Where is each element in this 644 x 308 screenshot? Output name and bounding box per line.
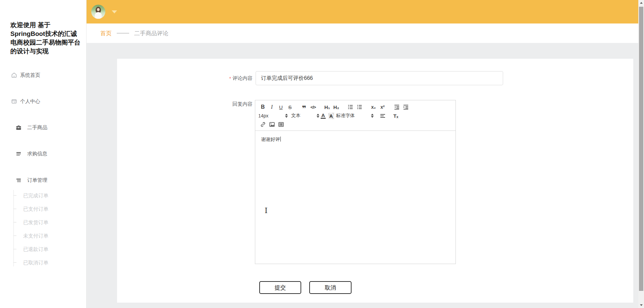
briefcase-icon bbox=[16, 125, 21, 131]
format-group: H₁ H₂ bbox=[323, 103, 341, 111]
breadcrumb-home[interactable]: 首页 bbox=[100, 30, 112, 37]
format-group bbox=[392, 103, 410, 111]
avatar-figure bbox=[95, 12, 102, 19]
header1-button[interactable]: H₁ bbox=[323, 103, 332, 111]
user-avatar[interactable] bbox=[91, 5, 105, 19]
sidebar-subitem-paid-orders[interactable]: 已支付订单 bbox=[23, 206, 48, 212]
breadcrumb: 首页 二手商品评论 bbox=[87, 23, 638, 43]
sidebar-subitem-completed-orders[interactable]: 已完成订单 bbox=[23, 192, 48, 199]
list-icon bbox=[16, 151, 21, 157]
sidebar-item-label: 个人中心 bbox=[20, 98, 40, 105]
app-title: 欢迎使用 基于 SpringBoot技术的汇诚 电商校园二手易物阁平台 的设计与… bbox=[10, 21, 82, 56]
app-title-line: 电商校园二手易物阁平台 bbox=[10, 38, 82, 47]
content-background: * 评论内容 回复内容 B I U S bbox=[87, 43, 638, 308]
editor-text: 谢谢好评 bbox=[261, 137, 280, 142]
avatar-dropdown-caret-icon[interactable] bbox=[112, 10, 117, 13]
required-asterisk: * bbox=[229, 75, 231, 81]
image-icon[interactable] bbox=[267, 121, 276, 128]
select-arrows-icon bbox=[371, 114, 374, 118]
sidebar-subitem-unpaid-orders[interactable]: 未支付订单 bbox=[23, 233, 48, 239]
sidebar-item-order-management[interactable]: 订单管理 bbox=[16, 176, 47, 184]
cancel-button[interactable]: 取消 bbox=[309, 281, 352, 294]
scrollbar-thumb[interactable] bbox=[639, 7, 643, 291]
app-title-line: 的设计与实现 bbox=[10, 47, 82, 56]
subitem-label: 已取消订单 bbox=[23, 260, 48, 266]
editor-toolbar: B I U S ❞ </> H₁ H₂ bbox=[255, 100, 455, 131]
editor-content-area[interactable]: 谢谢好评 bbox=[255, 131, 455, 266]
background-color-button[interactable]: A bbox=[328, 113, 334, 119]
paragraph-style-value: 文本 bbox=[291, 113, 301, 119]
sidebar-item-system-home[interactable]: 系统首页 bbox=[11, 71, 40, 79]
sidebar-item-secondhand-goods[interactable]: 二手商品 bbox=[16, 123, 47, 132]
submenu-tree-line bbox=[13, 190, 14, 266]
sidebar: 欢迎使用 基于 SpringBoot技术的汇诚 电商校园二手易物阁平台 的设计与… bbox=[0, 0, 87, 308]
sidebar-item-label: 订单管理 bbox=[27, 177, 47, 184]
video-icon[interactable] bbox=[276, 121, 285, 128]
sidebar-item-label: 系统首页 bbox=[20, 72, 40, 79]
italic-button[interactable]: I bbox=[267, 103, 276, 111]
subitem-label: 已发货订单 bbox=[23, 219, 48, 226]
underline-button[interactable]: U bbox=[276, 103, 285, 111]
subitem-label: 已退款订单 bbox=[23, 246, 48, 253]
list-icon bbox=[16, 177, 21, 183]
sidebar-item-personal-center[interactable]: 个人中心 bbox=[11, 97, 40, 105]
format-group: ❞ </> bbox=[300, 103, 318, 111]
bullet-list-icon[interactable] bbox=[355, 103, 364, 111]
main-area: 首页 二手商品评论 * 评论内容 回复内容 B bbox=[87, 0, 638, 308]
text-caret bbox=[280, 137, 281, 142]
font-family-select[interactable]: 标准字体 bbox=[336, 113, 374, 119]
rich-text-editor: B I U S ❞ </> H₁ H₂ bbox=[255, 100, 456, 264]
subscript-button[interactable]: x₂ bbox=[369, 103, 378, 111]
format-group: B I U S bbox=[258, 103, 294, 111]
paragraph-style-select[interactable]: 文本 bbox=[291, 113, 319, 119]
scrollbar-down-arrow-icon[interactable] bbox=[638, 302, 644, 308]
outdent-icon[interactable] bbox=[392, 103, 401, 111]
format-group bbox=[346, 103, 364, 111]
select-arrows-icon bbox=[285, 114, 288, 118]
topbar bbox=[87, 0, 638, 23]
toolbar-row-3 bbox=[258, 120, 452, 129]
app-title-line: SpringBoot技术的汇诚 bbox=[10, 30, 82, 38]
breadcrumb-separator bbox=[117, 33, 129, 34]
indent-icon[interactable] bbox=[401, 103, 410, 111]
text-color-button[interactable]: A bbox=[321, 113, 326, 119]
scrollbar-up-arrow-icon[interactable] bbox=[638, 0, 644, 6]
sidebar-item-label: 二手商品 bbox=[27, 124, 47, 131]
sidebar-item-purchase-info[interactable]: 求购信息 bbox=[16, 150, 47, 158]
screen: 欢迎使用 基于 SpringBoot技术的汇诚 电商校园二手易物阁平台 的设计与… bbox=[0, 0, 644, 308]
ordered-list-icon[interactable] bbox=[346, 103, 355, 111]
sidebar-subitem-refunded-orders[interactable]: 已退款订单 bbox=[23, 246, 48, 253]
format-group: x₂ x² bbox=[369, 103, 387, 111]
reply-content-label: 回复内容 bbox=[117, 101, 253, 107]
subitem-label: 未支付订单 bbox=[23, 233, 48, 239]
sidebar-subitem-shipped-orders[interactable]: 已发货订单 bbox=[23, 219, 48, 226]
subitem-label: 已支付订单 bbox=[23, 206, 48, 212]
avatar-figure bbox=[97, 8, 100, 11]
bold-button[interactable]: B bbox=[258, 103, 267, 111]
subitem-label: 已完成订单 bbox=[23, 193, 48, 199]
comment-content-input[interactable] bbox=[256, 71, 503, 85]
label-text: 回复内容 bbox=[232, 101, 253, 107]
app-title-line: 欢迎使用 基于 bbox=[10, 21, 82, 30]
home-icon bbox=[11, 72, 17, 78]
font-size-select[interactable]: 14px bbox=[258, 113, 288, 118]
label-text: 评论内容 bbox=[232, 75, 253, 82]
submit-button[interactable]: 提交 bbox=[259, 281, 301, 294]
blockquote-button[interactable]: ❞ bbox=[300, 103, 309, 111]
breadcrumb-current: 二手商品评论 bbox=[134, 30, 168, 37]
link-icon[interactable] bbox=[258, 121, 267, 128]
strikethrough-button[interactable]: S bbox=[285, 103, 294, 111]
comment-content-label: * 评论内容 bbox=[117, 71, 253, 85]
vertical-scrollbar[interactable] bbox=[638, 0, 644, 308]
clean-format-button[interactable]: Tₓ bbox=[391, 112, 400, 119]
font-size-value: 14px bbox=[258, 113, 268, 118]
code-block-button[interactable]: </> bbox=[309, 103, 318, 111]
sidebar-item-label: 求购信息 bbox=[27, 151, 47, 157]
toolbar-row-2: 14px 文本 A A 标准字体 bbox=[258, 111, 452, 120]
header2-button[interactable]: H₂ bbox=[332, 103, 341, 111]
align-icon[interactable] bbox=[378, 112, 387, 119]
superscript-button[interactable]: x² bbox=[378, 103, 387, 111]
comment-form-card: * 评论内容 回复内容 B I U S bbox=[117, 59, 633, 303]
sidebar-subitem-cancelled-orders[interactable]: 已取消订单 bbox=[23, 259, 48, 266]
font-family-value: 标准字体 bbox=[336, 113, 355, 119]
